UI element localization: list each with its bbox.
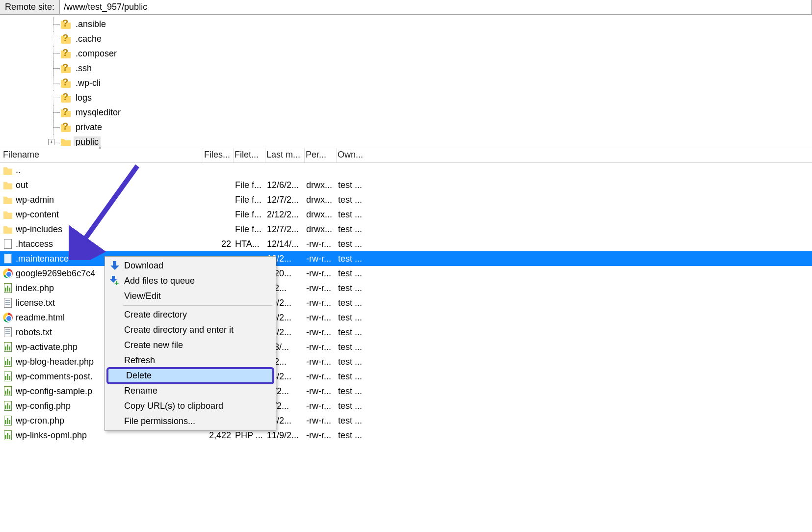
file-name: wp-blog-header.php	[16, 357, 94, 367]
file-row[interactable]: wp-contentFile f...2/12/2...drwx...test …	[0, 207, 812, 222]
file-row[interactable]: ..	[0, 163, 812, 178]
file-icon	[3, 239, 13, 249]
file-permissions: -rw-r...	[304, 298, 336, 308]
folder-closed-icon	[3, 165, 13, 175]
file-row[interactable]: outFile f...12/6/2...drwx...test ...	[0, 178, 812, 192]
folder-q-icon	[61, 78, 71, 88]
file-permissions: -rw-r...	[304, 268, 336, 279]
col-header-permissions[interactable]: Per...	[304, 148, 336, 162]
tree-item[interactable]: .ssh	[0, 61, 812, 76]
tree-item[interactable]: mysqleditor	[0, 105, 812, 120]
file-permissions: -rw-r...	[304, 342, 336, 352]
file-owner: test ...	[336, 327, 370, 338]
tree-item[interactable]: +public	[0, 134, 812, 146]
file-name: wp-config-sample.p	[16, 386, 92, 397]
file-owner: test ...	[336, 195, 370, 205]
file-row[interactable]: wp-includesFile f...12/7/2...drwx...test…	[0, 222, 812, 237]
file-type: File f...	[233, 180, 265, 190]
file-owner: test ...	[336, 372, 370, 382]
file-owner: test ...	[336, 401, 370, 411]
menu-item-create-directory[interactable]: Create directory	[106, 307, 274, 322]
tree-item[interactable]: logs	[0, 90, 812, 105]
file-permissions: -rw-r...	[304, 283, 336, 293]
tree-item[interactable]: .wp-cli	[0, 76, 812, 90]
tree-item[interactable]: .ansible	[0, 17, 812, 31]
file-permissions: -rw-r...	[304, 430, 336, 441]
chrome-icon	[3, 313, 13, 322]
file-modified: 12/6/2...	[265, 180, 304, 190]
col-header-type[interactable]: Filet...	[233, 148, 265, 162]
tree-item-label: .ansible	[74, 19, 108, 30]
folder-icon	[61, 137, 71, 146]
pane-splitter[interactable]: ∧	[0, 146, 812, 148]
php-icon	[3, 430, 13, 440]
menu-item-refresh[interactable]: Refresh	[106, 353, 274, 368]
menu-item-create-new-file[interactable]: Create new file	[106, 338, 274, 353]
remote-path-input[interactable]	[60, 0, 812, 14]
php-icon	[3, 342, 13, 352]
file-row[interactable]: wp-adminFile f...12/7/2...drwx...test ..…	[0, 192, 812, 207]
php-icon	[3, 386, 13, 396]
col-header-owner[interactable]: Own...	[336, 148, 370, 162]
php-icon	[3, 283, 13, 293]
file-name: wp-activate.php	[16, 342, 78, 352]
menu-item-create-directory-and-enter-it[interactable]: Create directory and enter it	[106, 322, 274, 338]
remote-site-bar: Remote site:	[0, 0, 812, 15]
file-owner: test ...	[336, 239, 370, 249]
file-modified: 11/9/2...	[265, 430, 304, 441]
tree-item[interactable]: private	[0, 120, 812, 134]
context-menu: DownloadAdd files to queueView/EditCreat…	[105, 256, 276, 431]
file-owner: test ...	[336, 416, 370, 426]
file-name: .htaccess	[16, 239, 53, 249]
folder-q-icon	[61, 19, 71, 29]
expand-toggle-icon[interactable]: +	[48, 139, 54, 145]
menu-item-download[interactable]: Download	[106, 258, 274, 273]
tree-item-label: logs	[74, 92, 94, 104]
file-row[interactable]: .htaccess22HTA...12/14/...-rw-r...test .…	[0, 237, 812, 251]
file-modified: 12/14/...	[265, 239, 304, 249]
menu-item-rename[interactable]: Rename	[106, 383, 274, 399]
php-icon	[3, 416, 13, 426]
menu-item-delete[interactable]: Delete	[106, 367, 274, 384]
menu-item-copy-url-s-to-clipboard[interactable]: Copy URL(s) to clipboard	[106, 399, 274, 414]
remote-directory-tree[interactable]: .ansible.cache.composer.ssh.wp-clilogsmy…	[0, 15, 812, 146]
menu-item-label: Delete	[126, 371, 152, 381]
file-blue-icon	[3, 254, 13, 264]
file-owner: test ...	[336, 313, 370, 323]
file-permissions: -rw-r...	[304, 401, 336, 411]
remote-site-label: Remote site:	[0, 0, 60, 14]
col-header-modified[interactable]: Last m...	[265, 148, 304, 162]
menu-item-add-files-to-queue[interactable]: Add files to queue	[106, 273, 274, 289]
folder-closed-icon	[3, 210, 13, 219]
php-icon	[3, 357, 13, 367]
file-name: wp-comments-post.	[16, 372, 93, 382]
menu-item-view-edit[interactable]: View/Edit	[106, 289, 274, 304]
file-permissions: -rw-r...	[304, 239, 336, 249]
col-header-size[interactable]: Files...	[203, 148, 233, 162]
folder-closed-icon	[3, 180, 13, 190]
menu-item-label: File permissions...	[124, 416, 195, 426]
menu-item-label: Create directory and enter it	[124, 325, 234, 335]
col-header-filename[interactable]: Filename	[0, 148, 203, 162]
file-text-icon	[3, 327, 13, 337]
tree-item-label: .ssh	[74, 63, 94, 74]
menu-item-label: Copy URL(s) to clipboard	[124, 401, 223, 411]
folder-q-icon	[61, 93, 71, 103]
file-owner: test ...	[336, 254, 370, 264]
file-permissions: -rw-r...	[304, 254, 336, 264]
menu-item-label: Create new file	[124, 340, 183, 350]
menu-item-file-permissions[interactable]: File permissions...	[106, 414, 274, 429]
file-size: 2,422	[203, 430, 233, 441]
menu-item-label: View/Edit	[124, 291, 161, 301]
file-name: wp-links-opml.php	[16, 430, 87, 441]
file-permissions: drwx...	[304, 224, 336, 235]
file-owner: test ...	[336, 283, 370, 293]
download-arrow-icon	[109, 261, 120, 271]
tree-item[interactable]: .cache	[0, 31, 812, 46]
file-permissions: -rw-r...	[304, 357, 336, 367]
tree-item[interactable]: .composer	[0, 46, 812, 61]
menu-separator	[123, 305, 272, 306]
file-owner: test ...	[336, 268, 370, 279]
file-modified: 2/12/2...	[265, 210, 304, 220]
file-type: File f...	[233, 224, 265, 235]
